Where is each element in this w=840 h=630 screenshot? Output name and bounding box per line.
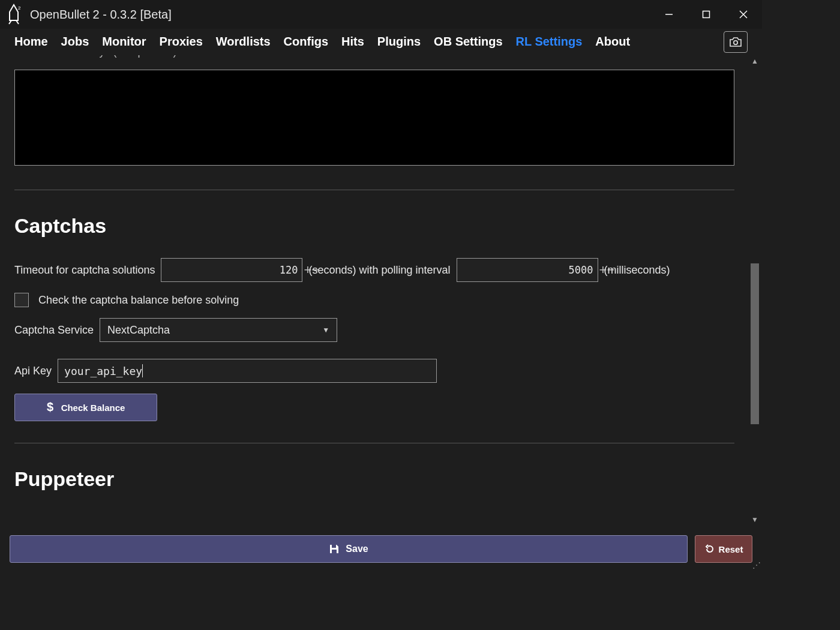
check-balance-checkbox[interactable]: [14, 293, 29, 307]
svg-text:$: $: [47, 401, 53, 413]
chevron-down-icon: ▼: [322, 326, 329, 334]
vertical-scrollbar[interactable]: ▲ ▼: [748, 55, 762, 526]
save-button[interactable]: Save: [10, 535, 688, 563]
polling-unit-label: (milliseconds): [604, 264, 670, 277]
timeout-input[interactable]: [161, 259, 304, 281]
retry-keys-label: Global RETRY keys (one per line): [14, 55, 748, 61]
nav-about[interactable]: About: [595, 35, 630, 49]
dollar-icon: $: [47, 401, 55, 414]
polling-numeric[interactable]: + −: [457, 258, 598, 282]
divider: [14, 190, 734, 190]
check-balance-checkbox-label: Check the captcha balance before solving: [38, 294, 239, 307]
app-logo-icon: 2: [6, 4, 22, 25]
nav-proxies[interactable]: Proxies: [160, 35, 203, 49]
captcha-service-selected: NextCaptcha: [107, 324, 170, 337]
captchas-heading: Captchas: [14, 214, 748, 238]
scroll-down-arrow-icon[interactable]: ▼: [748, 514, 762, 526]
divider: [14, 443, 734, 443]
text-cursor: [142, 364, 143, 377]
main-nav: Home Jobs Monitor Proxies Wordlists Conf…: [0, 29, 762, 55]
check-balance-row: Check the captcha balance before solving: [14, 293, 748, 307]
retry-keys-textarea[interactable]: [14, 70, 734, 166]
camera-icon: [729, 37, 742, 47]
window-title: OpenBullet 2 - 0.3.2 [Beta]: [30, 8, 172, 22]
save-button-label: Save: [346, 544, 368, 554]
nav-jobs[interactable]: Jobs: [61, 35, 89, 49]
api-key-field[interactable]: your_api_key: [58, 359, 437, 383]
puppeteer-heading: Puppeteer: [14, 467, 748, 491]
service-label: Captcha Service: [14, 324, 94, 337]
close-button[interactable]: [725, 0, 762, 29]
timeout-numeric[interactable]: + −: [161, 258, 302, 282]
nav-plugins[interactable]: Plugins: [377, 35, 421, 49]
nav-rl-settings[interactable]: RL Settings: [516, 35, 583, 49]
maximize-button[interactable]: [688, 0, 725, 29]
svg-text:2: 2: [18, 5, 21, 11]
svg-rect-8: [332, 550, 337, 553]
captcha-service-dropdown[interactable]: NextCaptcha ▼: [100, 318, 337, 342]
scroll-up-arrow-icon[interactable]: ▲: [748, 55, 762, 67]
polling-input[interactable]: [457, 259, 599, 281]
svg-rect-7: [332, 545, 336, 548]
footer-bar: Save Reset: [10, 535, 752, 563]
titlebar: 2 OpenBullet 2 - 0.3.2 [Beta]: [0, 0, 762, 29]
screenshot-button[interactable]: [724, 31, 748, 53]
timeout-row: Timeout for captcha solutions + − (secon…: [14, 258, 748, 282]
service-row: Captcha Service NextCaptcha ▼: [14, 318, 748, 342]
nav-home[interactable]: Home: [14, 35, 48, 49]
nav-wordlists[interactable]: Wordlists: [216, 35, 271, 49]
timeout-unit-label: (seconds) with polling interval: [308, 264, 450, 277]
api-key-value: your_api_key: [64, 365, 142, 377]
svg-rect-2: [703, 11, 710, 18]
resize-grip-icon[interactable]: ⋰: [752, 560, 761, 570]
nav-monitor[interactable]: Monitor: [102, 35, 146, 49]
reset-button-label: Reset: [719, 544, 743, 554]
svg-point-5: [734, 40, 737, 44]
content-scroll-area: Global RETRY keys (one per line) Captcha…: [0, 55, 762, 526]
api-key-row: Api Key your_api_key: [14, 359, 748, 383]
save-icon: [329, 544, 340, 554]
window-controls: [650, 0, 762, 29]
api-key-label: Api Key: [14, 365, 52, 377]
reset-button[interactable]: Reset: [695, 535, 752, 563]
nav-hits[interactable]: Hits: [341, 35, 364, 49]
scroll-thumb[interactable]: [751, 263, 759, 424]
scroll-track[interactable]: [751, 67, 759, 514]
check-balance-button-label: Check Balance: [61, 403, 125, 413]
reset-icon: [704, 544, 715, 554]
minimize-button[interactable]: [650, 0, 688, 29]
check-balance-button[interactable]: $ Check Balance: [14, 394, 157, 421]
nav-configs[interactable]: Configs: [284, 35, 328, 49]
nav-ob-settings[interactable]: OB Settings: [434, 35, 502, 49]
timeout-label: Timeout for captcha solutions: [14, 264, 155, 277]
